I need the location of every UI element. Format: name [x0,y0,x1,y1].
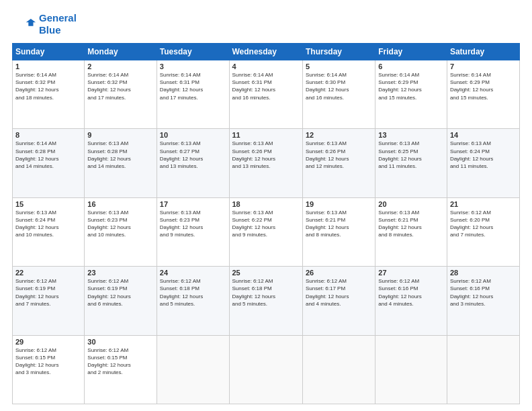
calendar-cell: 23Sunrise: 6:12 AMSunset: 6:19 PMDayligh… [85,267,157,335]
calendar-cell: 13Sunrise: 6:13 AMSunset: 6:25 PMDayligh… [375,129,447,197]
day-number: 21 [450,200,517,208]
day-info: Sunrise: 6:13 AMSunset: 6:23 PMDaylight:… [87,209,153,239]
calendar-cell: 18Sunrise: 6:13 AMSunset: 6:22 PMDayligh… [229,197,302,266]
calendar-cell: 3Sunrise: 6:14 AMSunset: 6:31 PMDaylight… [157,60,229,129]
calendar-cell [447,335,519,404]
day-info: Sunrise: 6:12 AMSunset: 6:15 PMDaylight:… [87,347,153,377]
header: GeneralBlue [12,12,520,36]
calendar-cell: 30Sunrise: 6:12 AMSunset: 6:15 PMDayligh… [85,335,157,404]
day-info: Sunrise: 6:12 AMSunset: 6:20 PMDaylight:… [450,209,517,239]
day-info: Sunrise: 6:13 AMSunset: 6:21 PMDaylight:… [378,209,444,239]
calendar-cell [157,335,229,404]
day-info: Sunrise: 6:13 AMSunset: 6:26 PMDaylight:… [306,140,372,170]
day-number: 7 [450,62,517,71]
calendar-cell: 16Sunrise: 6:13 AMSunset: 6:23 PMDayligh… [85,197,157,266]
calendar-cell: 24Sunrise: 6:12 AMSunset: 6:18 PMDayligh… [157,267,229,335]
svg-marker-0 [26,19,36,26]
day-number: 26 [306,269,372,277]
calendar-table: SundayMondayTuesdayWednesdayThursdayFrid… [12,43,520,404]
day-info: Sunrise: 6:14 AMSunset: 6:31 PMDaylight:… [160,71,226,101]
calendar-cell [229,335,302,404]
day-info: Sunrise: 6:13 AMSunset: 6:25 PMDaylight:… [378,140,444,170]
day-number: 1 [15,62,81,71]
day-number: 14 [450,131,517,139]
column-header-wednesday: Wednesday [229,44,302,60]
calendar-cell: 29Sunrise: 6:12 AMSunset: 6:15 PMDayligh… [13,335,85,404]
day-info: Sunrise: 6:12 AMSunset: 6:15 PMDaylight:… [15,347,81,377]
calendar-cell: 12Sunrise: 6:13 AMSunset: 6:26 PMDayligh… [302,129,375,197]
calendar-cell: 25Sunrise: 6:12 AMSunset: 6:18 PMDayligh… [229,267,302,335]
day-number: 13 [378,131,444,139]
day-number: 10 [160,131,226,139]
day-info: Sunrise: 6:13 AMSunset: 6:28 PMDaylight:… [87,140,153,170]
calendar-cell: 9Sunrise: 6:13 AMSunset: 6:28 PMDaylight… [85,129,157,197]
column-header-saturday: Saturday [447,44,519,60]
day-info: Sunrise: 6:12 AMSunset: 6:19 PMDaylight:… [15,277,81,308]
day-info: Sunrise: 6:12 AMSunset: 6:18 PMDaylight:… [232,277,300,308]
calendar-cell: 7Sunrise: 6:14 AMSunset: 6:29 PMDaylight… [447,60,519,129]
calendar-cell: 14Sunrise: 6:13 AMSunset: 6:24 PMDayligh… [447,129,519,197]
calendar-cell: 4Sunrise: 6:14 AMSunset: 6:31 PMDaylight… [229,60,302,129]
calendar-cell: 5Sunrise: 6:14 AMSunset: 6:30 PMDaylight… [302,60,375,129]
day-number: 24 [160,269,226,277]
day-number: 19 [306,200,372,208]
day-info: Sunrise: 6:14 AMSunset: 6:31 PMDaylight:… [232,71,300,101]
day-info: Sunrise: 6:13 AMSunset: 6:24 PMDaylight:… [450,140,517,170]
calendar-cell [375,335,447,404]
calendar-cell: 11Sunrise: 6:13 AMSunset: 6:26 PMDayligh… [229,129,302,197]
day-number: 11 [232,131,300,139]
column-header-tuesday: Tuesday [157,44,229,60]
calendar-cell: 6Sunrise: 6:14 AMSunset: 6:29 PMDaylight… [375,60,447,129]
day-info: Sunrise: 6:13 AMSunset: 6:26 PMDaylight:… [232,140,300,170]
day-number: 16 [87,200,153,208]
calendar-cell: 17Sunrise: 6:13 AMSunset: 6:23 PMDayligh… [157,197,229,266]
day-info: Sunrise: 6:12 AMSunset: 6:18 PMDaylight:… [160,277,226,308]
day-info: Sunrise: 6:14 AMSunset: 6:28 PMDaylight:… [15,140,81,170]
logo-text: GeneralBlue [39,12,77,36]
day-number: 28 [450,269,517,277]
calendar-cell [302,335,375,404]
column-header-thursday: Thursday [302,44,375,60]
day-info: Sunrise: 6:14 AMSunset: 6:32 PMDaylight:… [15,71,81,101]
day-info: Sunrise: 6:13 AMSunset: 6:27 PMDaylight:… [160,140,226,170]
day-number: 3 [160,62,226,71]
day-number: 27 [378,269,444,277]
day-number: 8 [15,131,81,139]
calendar-cell: 15Sunrise: 6:13 AMSunset: 6:24 PMDayligh… [13,197,85,266]
column-header-sunday: Sunday [13,44,85,60]
day-number: 29 [15,338,81,346]
column-header-friday: Friday [375,44,447,60]
calendar-cell: 20Sunrise: 6:13 AMSunset: 6:21 PMDayligh… [375,197,447,266]
calendar-cell: 8Sunrise: 6:14 AMSunset: 6:28 PMDaylight… [13,129,85,197]
calendar-cell: 10Sunrise: 6:13 AMSunset: 6:27 PMDayligh… [157,129,229,197]
logo-graphic [12,12,36,36]
day-number: 9 [87,131,153,139]
calendar-cell: 22Sunrise: 6:12 AMSunset: 6:19 PMDayligh… [13,267,85,335]
calendar-cell: 1Sunrise: 6:14 AMSunset: 6:32 PMDaylight… [13,60,85,129]
day-number: 17 [160,200,226,208]
day-info: Sunrise: 6:13 AMSunset: 6:23 PMDaylight:… [160,209,226,239]
day-number: 30 [87,338,153,346]
calendar-page: GeneralBlue SundayMondayTuesdayWednesday… [0,0,532,411]
calendar-cell: 27Sunrise: 6:12 AMSunset: 6:16 PMDayligh… [375,267,447,335]
calendar-cell: 2Sunrise: 6:14 AMSunset: 6:32 PMDaylight… [85,60,157,129]
logo: GeneralBlue [12,12,77,36]
day-number: 18 [232,200,300,208]
day-number: 25 [232,269,300,277]
day-info: Sunrise: 6:12 AMSunset: 6:17 PMDaylight:… [306,277,372,308]
day-number: 20 [378,200,444,208]
day-info: Sunrise: 6:13 AMSunset: 6:22 PMDaylight:… [232,209,300,239]
day-number: 5 [306,62,372,71]
day-info: Sunrise: 6:14 AMSunset: 6:29 PMDaylight:… [450,71,517,101]
day-info: Sunrise: 6:12 AMSunset: 6:16 PMDaylight:… [450,277,517,308]
column-header-monday: Monday [85,44,157,60]
day-number: 4 [232,62,300,71]
day-info: Sunrise: 6:14 AMSunset: 6:30 PMDaylight:… [306,71,372,101]
calendar-cell: 28Sunrise: 6:12 AMSunset: 6:16 PMDayligh… [447,267,519,335]
day-number: 12 [306,131,372,139]
day-number: 2 [87,62,153,71]
day-info: Sunrise: 6:13 AMSunset: 6:21 PMDaylight:… [306,209,372,239]
day-info: Sunrise: 6:13 AMSunset: 6:24 PMDaylight:… [15,209,81,239]
day-info: Sunrise: 6:14 AMSunset: 6:29 PMDaylight:… [378,71,444,101]
day-info: Sunrise: 6:12 AMSunset: 6:16 PMDaylight:… [378,277,444,308]
